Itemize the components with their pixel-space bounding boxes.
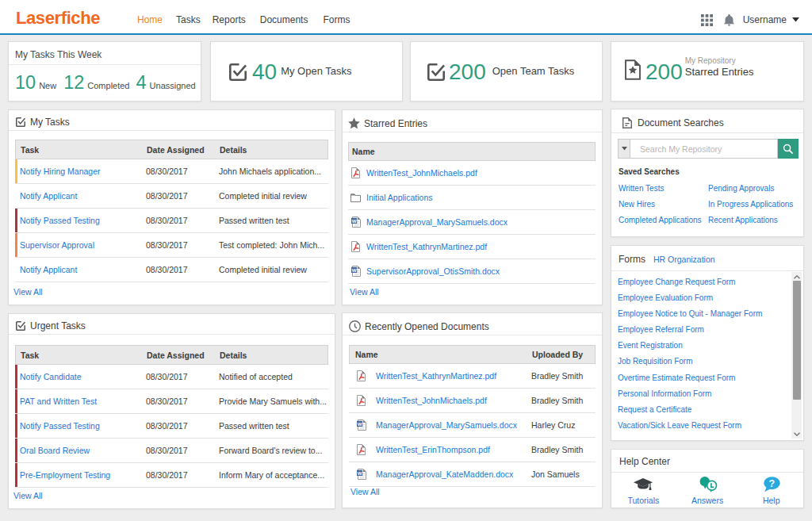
svg-text:W: W <box>358 421 362 427</box>
svg-text:W: W <box>352 218 357 224</box>
svg-text:W: W <box>352 267 357 273</box>
svg-text:W: W <box>358 470 362 476</box>
svg-text:?: ? <box>768 478 775 489</box>
